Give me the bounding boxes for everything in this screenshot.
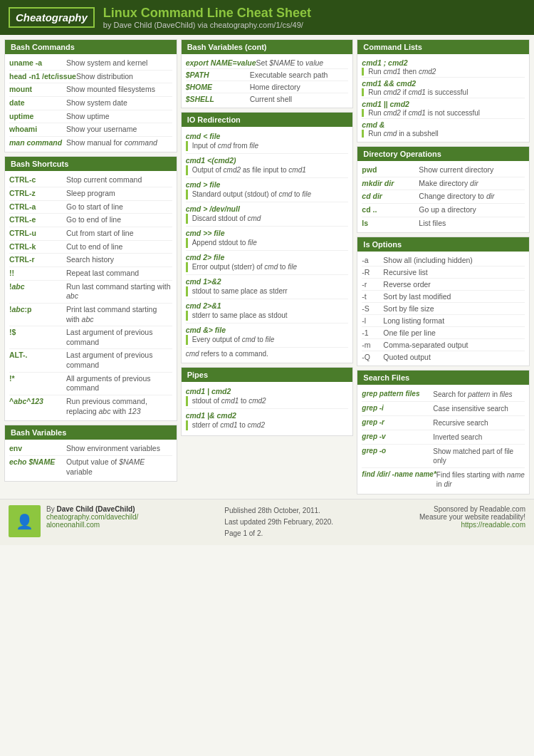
footer: 👤 By Dave Child (DaveChild) cheatography… xyxy=(0,499,534,545)
cmd-label: grep pattern files xyxy=(362,390,433,399)
footer-mid: Published 28th October, 2011. Last updat… xyxy=(224,505,333,539)
flag-desc: Sort by last modified xyxy=(383,292,451,301)
cmd-desc: Run last command starting with abc xyxy=(66,282,172,301)
io-redirection-body: cmd < file Input of cmd from file cmd1 <… xyxy=(182,127,353,363)
cmd-label: date xyxy=(9,98,66,108)
cmd-desc: Show your username xyxy=(66,125,137,135)
flag-label: -R xyxy=(362,268,383,276)
cmd-desc: Set $NAME to value xyxy=(256,58,324,67)
flag-desc: Show all (including hidden) xyxy=(383,256,473,264)
cmd-desc: Print last command starting with abc xyxy=(66,305,172,324)
bash-variables-body: env Show environment variables echo $NAM… xyxy=(5,440,177,481)
list-item: cmd1 || cmd2 Run cmd2 if cmd1 is not suc… xyxy=(362,98,525,119)
list-item: cmd < file Input of cmd from file xyxy=(186,130,349,154)
flag-desc: Long listing format xyxy=(383,316,444,325)
list-item: head -n1 /etc/issue Show distribution xyxy=(9,71,172,84)
cmd-desc: Make directory dir xyxy=(419,179,478,189)
cmd-desc: List files xyxy=(419,219,446,229)
cmd-label: CTRL-z xyxy=(9,189,66,199)
cmd-label: ^abc^123 xyxy=(9,397,66,416)
section-search-files: Search Files grep pattern files Search f… xyxy=(357,370,530,494)
list-item: cd dir Change directory to dir xyxy=(362,190,525,204)
ls-options-body: -a Show all (including hidden) -R Recurs… xyxy=(357,252,529,366)
flag-label: -t xyxy=(362,292,383,301)
list-item: find /dir/ -name name* Find files starti… xyxy=(362,468,525,491)
cmd-desc: Show environment variables xyxy=(66,444,160,454)
list-item: echo $NAME Output value of $NAME variabl… xyxy=(9,456,172,478)
cmd-label: !! xyxy=(9,269,66,279)
list-item: -Q Quoted output xyxy=(362,351,525,363)
list-item: !abc:p Print last command starting with … xyxy=(9,304,172,326)
main-content: Bash Commands uname -a Show system and k… xyxy=(0,35,534,499)
cmd-label: grep -o xyxy=(362,447,433,465)
list-item: -l Long listing format xyxy=(362,315,525,327)
cmd-desc: Find files starting with name in dir xyxy=(436,470,525,489)
header: Cheatography Linux Command Line Cheat Sh… xyxy=(0,0,534,35)
sponsor-link[interactable]: https://readable.com xyxy=(419,521,525,529)
cmd-label: $PATH xyxy=(186,71,250,79)
flag-desc: Comma-separated output xyxy=(383,341,468,349)
bash-shortcuts-header: Bash Shortcuts xyxy=(5,157,177,171)
io-note: cmd refers to a command. xyxy=(186,348,349,360)
cmd-desc: Change directory to dir xyxy=(419,192,494,202)
cmd-desc: Stop current command xyxy=(66,175,142,185)
cmd-desc: Show system and kernel xyxy=(66,58,147,68)
list-item: grep -v Inverted search xyxy=(362,430,525,445)
footer-author-info: By Dave Child (DaveChild) cheatography.c… xyxy=(46,505,138,529)
cmd-label: head -n1 /etc/issue xyxy=(9,72,76,82)
cmd-desc: Show current directory xyxy=(419,165,493,175)
list-item: -S Sort by file size xyxy=(362,303,525,315)
list-item: -m Comma-separated output xyxy=(362,339,525,351)
list-item: cmd > /dev/null Discard stdout of cmd xyxy=(186,202,349,227)
list-item: ^abc^123 Run previous command, replacing… xyxy=(9,395,172,418)
cmd-label: uptime xyxy=(9,112,66,122)
list-item: mount Show mounted filesystems xyxy=(9,83,172,97)
cmd-label: find /dir/ -name name* xyxy=(362,470,436,489)
cmd-desc: Case insensitive search xyxy=(433,404,508,413)
cmd-desc: Output value of $NAME variable xyxy=(66,457,172,477)
list-item: CTRL-c Stop current command xyxy=(9,174,172,187)
list-item: !* All arguments of previous command xyxy=(9,373,172,395)
list-item: ALT-. Last argument of previous command xyxy=(9,349,172,372)
list-item: !abc Run last command starting with abc xyxy=(9,281,172,304)
section-pipes: Pipes cmd1 | cmd2 stdout of cmd1 to cmd2… xyxy=(181,367,354,436)
cmd-label: grep -i xyxy=(362,404,433,413)
cmd-label: ALT-. xyxy=(9,351,66,370)
author-link-2[interactable]: aloneonahill.com xyxy=(46,521,138,529)
list-item: CTRL-k Cut to end of line xyxy=(9,241,172,254)
logo: Cheatography xyxy=(9,7,95,28)
section-command-lists: Command Lists cmd1 ; cmd2 Run cmd1 then … xyxy=(357,39,530,143)
flag-label: -r xyxy=(362,280,383,289)
page-title: Linux Command Line Cheat Sheet xyxy=(103,6,311,21)
list-item: grep -r Recursive search xyxy=(362,416,525,430)
section-bash-commands: Bash Commands uname -a Show system and k… xyxy=(4,39,177,152)
list-item: CTRL-z Sleep program xyxy=(9,187,172,201)
bash-commands-header: Bash Commands xyxy=(5,40,177,54)
command-lists-body: cmd1 ; cmd2 Run cmd1 then cmd2 cmd1 && c… xyxy=(357,54,529,142)
list-item: cmd1 ; cmd2 Run cmd1 then cmd2 xyxy=(362,57,525,78)
list-item: cmd &> file Every output of cmd to file xyxy=(186,323,349,348)
list-item: $HOME Home directory xyxy=(186,81,349,93)
cmd-label: !$ xyxy=(9,328,66,347)
cmd-label: env xyxy=(9,444,66,454)
flag-label: -l xyxy=(362,316,383,325)
author-link-1[interactable]: cheatography.com/davechild/ xyxy=(46,513,138,521)
column-3: Command Lists cmd1 ; cmd2 Run cmd1 then … xyxy=(357,39,530,494)
list-item: -1 One file per line xyxy=(362,327,525,339)
cmd-desc: Last argument of previous command xyxy=(66,351,172,370)
list-item: !! Repeat last command xyxy=(9,267,172,281)
cmd-label: CTRL-u xyxy=(9,229,66,239)
cmd-desc: All arguments of previous command xyxy=(66,374,172,393)
list-item: cmd 1>&2 stdout to same place as stderr xyxy=(186,275,349,299)
cmd-desc: Cut to end of line xyxy=(66,242,122,252)
cmd-label: CTRL-e xyxy=(9,215,66,225)
list-item: $SHELL Current shell xyxy=(186,93,349,105)
flag-label: -Q xyxy=(362,353,383,361)
section-bash-shortcuts: Bash Shortcuts CTRL-c Stop current comma… xyxy=(4,156,177,421)
cmd-desc: Show manual for command xyxy=(66,138,157,148)
cmd-desc: Go up a directory xyxy=(419,205,476,215)
list-item: cmd1 <(cmd2) Output of cmd2 as file inpu… xyxy=(186,154,349,178)
cmd-label: uname -a xyxy=(9,58,66,68)
list-item: cmd1 && cmd2 Run cmd2 if cmd1 is success… xyxy=(362,78,525,98)
cmd-label: echo $NAME xyxy=(9,457,66,477)
